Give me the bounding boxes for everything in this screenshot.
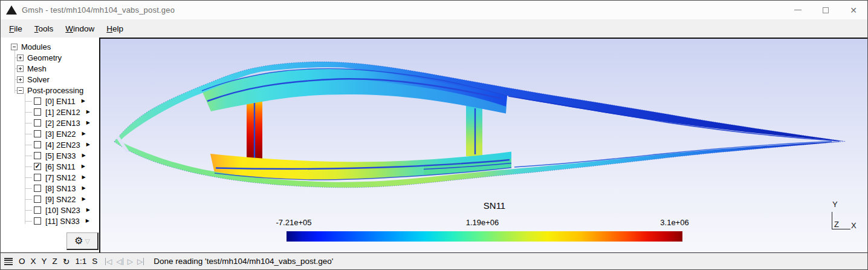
view-options-arrow-icon[interactable]: ▶ <box>82 164 85 169</box>
view-options-arrow-icon[interactable]: ▶ <box>82 131 86 136</box>
maximize-icon <box>823 7 829 13</box>
view-checkbox-checked[interactable]: ✓ <box>34 163 41 170</box>
view-label: [11] SN33 <box>45 217 80 226</box>
view-item-7[interactable]: [7] SN12 ▶ <box>1 172 99 183</box>
tree-item-solver[interactable]: Solver <box>1 74 99 85</box>
view-label: [2] 2EN13 <box>45 119 80 128</box>
view-checkbox[interactable] <box>34 152 41 159</box>
view-options-arrow-icon[interactable]: ▶ <box>86 208 90 212</box>
tree-label: Solver <box>27 75 50 84</box>
tree-label: Geometry <box>27 53 62 62</box>
tree-label: Modules <box>21 42 51 51</box>
menu-bar: File Tools Window Help <box>1 19 867 38</box>
view-item-2[interactable]: [2] 2EN13 ▶ <box>1 117 99 128</box>
view-label: [4] 2EN23 <box>45 140 80 150</box>
view-options-arrow-icon[interactable]: ▶ <box>86 110 90 114</box>
play-icon[interactable]: ▷ <box>128 258 133 265</box>
view-label: [10] SN23 <box>45 206 80 215</box>
menu-help[interactable]: Help <box>100 22 129 36</box>
collapse-icon[interactable] <box>17 87 24 94</box>
view-checkbox[interactable] <box>34 196 41 203</box>
status-message: Done reading 'test/mh104/mh104_vabs_post… <box>154 257 333 266</box>
tree-item-geometry[interactable]: Geometry <box>1 52 99 63</box>
animation-controls: ◁ ◁ ▷ ▷ <box>105 258 144 265</box>
view-options-arrow-icon[interactable]: ▶ <box>82 99 85 104</box>
view-item-8[interactable]: [8] SN13 ▶ <box>1 183 99 194</box>
colorbar-title: SN11 <box>484 200 505 211</box>
axis-gizmo-vline <box>832 212 832 229</box>
close-button[interactable]: ✕ <box>840 1 867 19</box>
view-item-5[interactable]: [5] EN33 ▶ <box>1 150 99 161</box>
rotate-icon[interactable]: ↻ <box>63 257 70 266</box>
view-checkbox[interactable] <box>34 217 41 225</box>
colorbar-mid-value: 1.19e+06 <box>466 218 499 227</box>
orbit-mode-button[interactable]: O <box>19 257 25 266</box>
tree-item-mesh[interactable]: Mesh <box>1 63 99 74</box>
view-checkbox[interactable] <box>34 108 41 116</box>
gear-icon: ⚙ <box>74 236 83 246</box>
view-item-11[interactable]: [11] SN33 ▶ <box>1 216 99 226</box>
status-menu-icon[interactable] <box>4 258 13 265</box>
window-controls: ✕ <box>784 1 867 19</box>
view-label: [0] EN11 <box>45 97 76 106</box>
title-bar: Gmsh - test/mh104/mh104_vabs_post.geo ✕ <box>1 1 867 19</box>
view-options-button[interactable]: ⚙ ▽ <box>66 232 99 250</box>
view-item-0[interactable]: [0] EN11 ▶ <box>1 96 99 107</box>
view-checkbox[interactable] <box>34 174 41 181</box>
view-checkbox[interactable] <box>34 141 41 148</box>
module-tree-panel: Modules Geometry Mesh Solver Post-proces… <box>1 38 99 252</box>
x-view-button[interactable]: X <box>31 257 36 266</box>
view-options-arrow-icon[interactable]: ▶ <box>82 153 86 158</box>
view-options-arrow-icon[interactable]: ▶ <box>86 219 89 223</box>
view-item-3[interactable]: [3] EN22 ▶ <box>1 128 99 139</box>
step-back-icon[interactable]: ◁ <box>117 258 123 265</box>
menu-window[interactable]: Window <box>59 22 100 36</box>
axis-x-label: X <box>851 221 857 230</box>
axis-y-label: Y <box>832 200 838 209</box>
tree-item-modules[interactable]: Modules <box>1 41 99 52</box>
view-checkbox[interactable] <box>34 185 41 192</box>
view-options-arrow-icon[interactable]: ▶ <box>86 120 90 125</box>
expand-icon[interactable] <box>17 76 24 83</box>
view-options-arrow-icon[interactable]: ▶ <box>82 175 86 180</box>
tree-item-post-processing[interactable]: Post-processing <box>1 85 99 96</box>
minimize-button[interactable] <box>784 1 812 19</box>
expand-icon[interactable] <box>17 54 24 61</box>
view-item-9[interactable]: [9] SN22 ▶ <box>1 194 99 205</box>
axis-z-label: Z <box>834 220 839 229</box>
view-checkbox[interactable] <box>34 119 41 127</box>
view-item-1[interactable]: [1] 2EN12 ▶ <box>1 107 99 117</box>
y-view-button[interactable]: Y <box>42 257 47 266</box>
status-bar: O X Y Z ↻ 1:1 S ◁ ◁ ▷ ▷ Done reading 'te… <box>1 252 867 269</box>
view-label: [3] EN22 <box>45 130 76 139</box>
snap-button[interactable]: S <box>92 257 97 266</box>
graphics-canvas[interactable]: SN11 -7.21e+05 1.19e+06 3.1e+06 Y Z X <box>99 38 867 252</box>
maximize-button[interactable] <box>812 1 840 19</box>
z-view-button[interactable]: Z <box>53 257 57 266</box>
gmsh-logo-icon <box>6 5 17 15</box>
step-forward-icon[interactable]: ▷ <box>137 258 144 265</box>
view-label: [8] SN13 <box>45 184 76 193</box>
axis-gizmo-hline <box>832 229 850 229</box>
view-options-arrow-icon[interactable]: ▶ <box>86 142 90 147</box>
view-checkbox[interactable] <box>34 97 41 105</box>
view-item-10[interactable]: [10] SN23 ▶ <box>1 205 99 216</box>
module-tree: Modules Geometry Mesh Solver Post-proces… <box>1 38 99 226</box>
view-options-arrow-icon[interactable]: ▶ <box>82 197 86 202</box>
view-options-arrow-icon[interactable]: ▶ <box>82 186 86 191</box>
tree-label: Mesh <box>27 64 47 73</box>
view-item-4[interactable]: [4] 2EN23 ▶ <box>1 139 99 150</box>
view-checkbox[interactable] <box>34 130 41 137</box>
window-title: Gmsh - test/mh104/mh104_vabs_post.geo <box>22 5 175 15</box>
expand-icon[interactable] <box>17 65 24 72</box>
view-item-6-sn11[interactable]: ✓ [6] SN11 ▶ <box>1 161 99 172</box>
collapse-icon[interactable] <box>11 44 18 50</box>
menu-tools[interactable]: Tools <box>28 22 60 36</box>
close-icon: ✕ <box>850 5 857 15</box>
colorbar-max-value: 3.1e+06 <box>660 218 688 227</box>
scale-1-1-button[interactable]: 1:1 <box>76 257 87 266</box>
menu-file[interactable]: File <box>3 22 28 36</box>
skip-to-start-icon[interactable]: ◁ <box>105 258 112 265</box>
tree-label: Post-processing <box>27 86 83 95</box>
view-checkbox[interactable] <box>34 206 41 214</box>
